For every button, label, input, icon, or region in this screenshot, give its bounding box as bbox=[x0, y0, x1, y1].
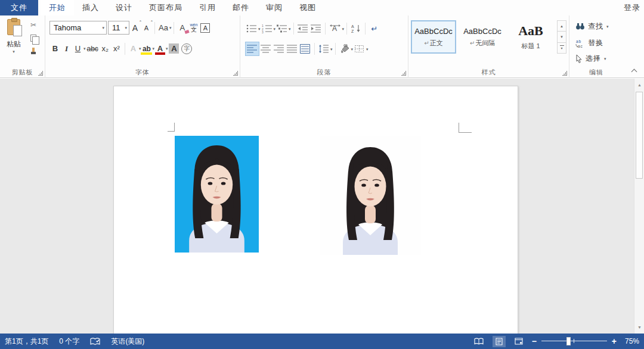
language-status[interactable]: 英语(美国) bbox=[111, 336, 144, 347]
align-left-button[interactable] bbox=[245, 42, 259, 56]
justify-button[interactable] bbox=[286, 42, 299, 56]
character-border-button[interactable]: A bbox=[199, 21, 211, 35]
paragraph-dialog-launcher-icon[interactable] bbox=[401, 71, 406, 76]
font-color-button[interactable]: A bbox=[154, 42, 166, 55]
tab-insert[interactable]: 插入 bbox=[74, 0, 107, 15]
change-case-dropdown-arrow[interactable]: ▾ bbox=[169, 26, 172, 30]
replace-button[interactable]: abac 替换 bbox=[575, 38, 603, 48]
decrease-indent-button[interactable] bbox=[296, 21, 309, 36]
tab-design[interactable]: 设计 bbox=[107, 0, 141, 15]
text-effects-button[interactable]: A bbox=[128, 42, 139, 55]
tab-review[interactable]: 审阅 bbox=[258, 0, 291, 15]
line-spacing-dropdown-arrow[interactable]: ▾ bbox=[330, 47, 333, 51]
zoom-level[interactable]: 75% bbox=[621, 337, 639, 345]
scrollbar-up-icon[interactable]: ▲ bbox=[634, 80, 644, 90]
line-spacing-button[interactable] bbox=[317, 42, 330, 56]
font-size-dropdown-arrow[interactable]: ▾ bbox=[125, 26, 127, 30]
tab-home[interactable]: 开始 bbox=[41, 0, 74, 15]
find-button[interactable]: 查找 ▾ bbox=[575, 21, 609, 32]
paste-button[interactable]: 粘贴 ▾ bbox=[4, 19, 24, 66]
phonetic-guide-button[interactable]: wén 文 bbox=[188, 21, 199, 35]
page-number-status[interactable]: 第1页，共1页 bbox=[5, 336, 48, 347]
scrollbar-thumb[interactable] bbox=[636, 92, 643, 179]
document-page[interactable] bbox=[113, 86, 518, 334]
vertical-scrollbar[interactable]: ▲ ▼ bbox=[634, 79, 644, 334]
tab-mailings[interactable]: 邮件 bbox=[224, 0, 258, 15]
clear-formatting-button[interactable]: A bbox=[177, 21, 188, 35]
tab-file[interactable]: 文件 bbox=[0, 0, 38, 15]
cut-icon[interactable]: ✂ bbox=[29, 20, 38, 29]
print-layout-button[interactable] bbox=[493, 336, 506, 347]
styles-scroll-up-icon[interactable]: ▲ bbox=[557, 20, 566, 32]
zoom-slider[interactable] bbox=[541, 337, 607, 345]
strikethrough-button[interactable]: abc bbox=[86, 42, 100, 55]
asian-layout-button[interactable]: A bbox=[328, 21, 342, 36]
style-name: 标题 1 bbox=[521, 42, 540, 51]
sort-button[interactable]: AZ bbox=[349, 21, 363, 36]
word-count-status[interactable]: 0 个字 bbox=[59, 336, 79, 347]
clipboard-dialog-launcher-icon[interactable] bbox=[38, 71, 43, 76]
numbering-button[interactable]: 123 bbox=[261, 21, 274, 36]
proofing-status[interactable] bbox=[90, 338, 100, 345]
enclose-characters-button[interactable]: 字 bbox=[180, 42, 193, 55]
underline-button[interactable]: U bbox=[72, 42, 83, 55]
borders-dropdown-arrow[interactable]: ▾ bbox=[366, 47, 369, 51]
web-layout-button[interactable] bbox=[512, 336, 526, 347]
font-size-value: 11 bbox=[112, 23, 120, 32]
subscript-button[interactable]: x₂ bbox=[100, 42, 111, 55]
styles-dialog-launcher-icon[interactable] bbox=[562, 71, 567, 76]
align-right-button[interactable] bbox=[273, 42, 286, 56]
bullets-button[interactable] bbox=[245, 21, 258, 36]
grow-font-button[interactable]: A bbox=[129, 21, 141, 35]
zoom-in-icon[interactable]: + bbox=[612, 337, 617, 345]
change-case-button[interactable]: Aa bbox=[157, 21, 169, 35]
style-heading-1[interactable]: AaB 标题 1 bbox=[507, 20, 554, 54]
shrink-font-button[interactable]: A bbox=[141, 21, 152, 35]
document-canvas[interactable]: ▲ ▼ bbox=[0, 79, 644, 334]
font-size-combo[interactable]: 11 ▾ bbox=[108, 21, 129, 35]
show-hide-mark-button[interactable]: ↵ bbox=[368, 21, 381, 36]
asian-layout-dropdown-arrow[interactable]: ▾ bbox=[342, 27, 345, 31]
font-name-combo[interactable]: Tahoma ▾ bbox=[49, 21, 107, 35]
find-dropdown-arrow[interactable]: ▾ bbox=[606, 24, 609, 29]
zoom-out-icon[interactable]: − bbox=[532, 337, 537, 345]
copy-icon[interactable] bbox=[29, 33, 38, 42]
paragraph-group-label: 段落 bbox=[240, 68, 408, 77]
tab-references[interactable]: 引用 bbox=[191, 0, 224, 15]
highlight-button[interactable]: ab bbox=[141, 42, 152, 55]
multilevel-list-dropdown-arrow[interactable]: ▾ bbox=[289, 27, 291, 31]
select-button[interactable]: 选择 ▾ bbox=[575, 54, 607, 64]
italic-button[interactable]: I bbox=[61, 42, 72, 55]
styles-scroll-down-icon[interactable]: ▼ bbox=[557, 32, 566, 42]
shading-button[interactable] bbox=[338, 42, 351, 56]
distributed-button[interactable] bbox=[299, 42, 312, 56]
align-center-button[interactable] bbox=[259, 42, 273, 56]
zoom-slider-center-tick bbox=[574, 339, 574, 343]
tab-page-layout[interactable]: 页面布局 bbox=[141, 0, 191, 15]
style-no-spacing[interactable]: AaBbCcDc ↵无间隔 bbox=[460, 20, 505, 54]
collapse-ribbon-icon[interactable] bbox=[631, 68, 638, 74]
borders-button[interactable] bbox=[353, 42, 366, 56]
style-marker: ↵ bbox=[470, 40, 475, 46]
select-dropdown-arrow[interactable]: ▾ bbox=[604, 57, 607, 61]
zoom-slider-thumb[interactable] bbox=[566, 337, 571, 345]
read-mode-button[interactable] bbox=[471, 336, 487, 347]
tab-view[interactable]: 视图 bbox=[291, 0, 324, 15]
scrollbar-down-icon[interactable]: ▼ bbox=[634, 322, 644, 332]
font-name-dropdown-arrow[interactable]: ▾ bbox=[102, 26, 104, 30]
increase-indent-button[interactable] bbox=[309, 21, 323, 36]
format-painter-icon[interactable] bbox=[29, 46, 38, 55]
superscript-button[interactable]: x² bbox=[111, 42, 122, 55]
paste-dropdown-arrow[interactable]: ▾ bbox=[13, 49, 15, 54]
increase-indent-icon bbox=[311, 24, 321, 33]
bold-button[interactable]: B bbox=[49, 42, 61, 55]
font-dialog-launcher-icon[interactable] bbox=[233, 71, 238, 76]
multilevel-list-button[interactable] bbox=[275, 21, 289, 36]
styles-gallery-more-icon[interactable]: ▾ bbox=[557, 43, 566, 54]
sign-in-button[interactable]: 登录 bbox=[624, 0, 640, 15]
style-normal[interactable]: AaBbCcDc ↵正文 bbox=[411, 20, 456, 54]
id-photo-white-background[interactable] bbox=[320, 136, 421, 255]
id-photo-blue-background[interactable] bbox=[175, 136, 259, 253]
character-shading-button[interactable]: A bbox=[168, 42, 180, 55]
separator bbox=[335, 43, 336, 55]
